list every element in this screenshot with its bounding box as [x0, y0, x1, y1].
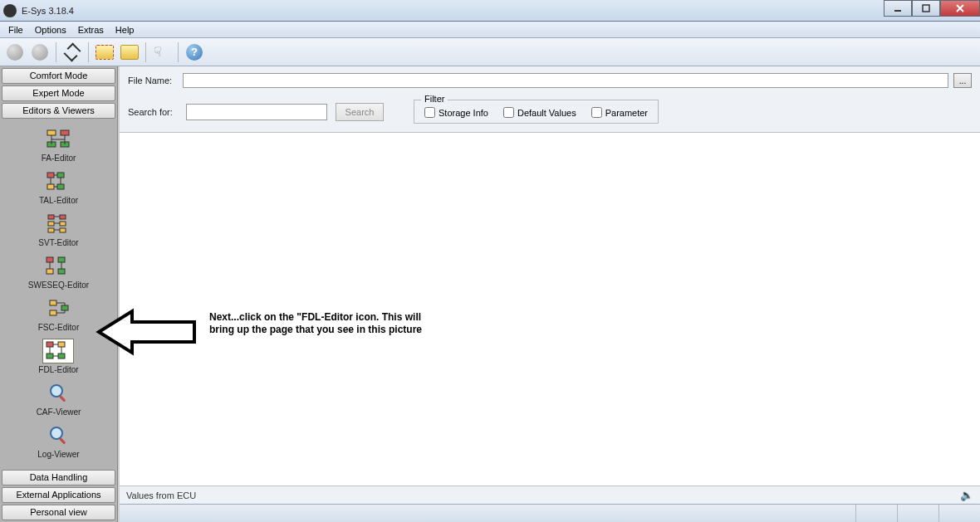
- minimize-icon: [894, 4, 902, 12]
- sidebar-item-fsc-editor[interactable]: FSC-Editor: [37, 295, 81, 334]
- toolbar-back-button[interactable]: [3, 41, 27, 64]
- values-panel: Values from ECU 🔈: [120, 485, 980, 504]
- menu-options[interactable]: Options: [30, 23, 71, 37]
- app-icon: [3, 4, 17, 17]
- tal-editor-icon: [46, 171, 72, 193]
- sidebar-item-tal-editor[interactable]: TAL-Editor: [37, 168, 80, 207]
- svg-rect-28: [58, 395, 65, 402]
- status-cell: [855, 505, 897, 522]
- window-title: E-Sys 3.18.4: [22, 6, 74, 16]
- sidebar-item-caf-viewer[interactable]: CAF-Viewer: [35, 379, 83, 418]
- filename-input[interactable]: [183, 73, 948, 88]
- svg-rect-0: [894, 10, 901, 12]
- minimize-button[interactable]: [884, 0, 912, 17]
- svg-rect-25: [47, 354, 53, 359]
- svg-point-27: [51, 385, 62, 397]
- svg-rect-1: [923, 5, 929, 12]
- status-cell: [897, 505, 938, 522]
- sidebar-item-svt-editor[interactable]: SVT-Editor: [37, 210, 80, 249]
- svg-rect-8: [47, 184, 54, 189]
- sidebar-external-apps-button[interactable]: External Applications: [2, 487, 115, 503]
- sidebar-editors-button[interactable]: Editors & Viewers: [2, 103, 115, 119]
- svg-rect-24: [58, 342, 65, 347]
- log-viewer-icon: [48, 425, 70, 446]
- svg-rect-23: [47, 342, 53, 347]
- sweseq-editor-icon: [45, 256, 71, 277]
- folder-icon: [120, 45, 139, 60]
- content-area: Next...click on the "FDL-Editor icon. Th…: [120, 133, 980, 485]
- sidebar-item-label: CAF-Viewer: [37, 407, 81, 417]
- sidebar-item-fdl-editor[interactable]: FDL-Editor: [37, 337, 80, 376]
- toolbar-help-button[interactable]: ?: [183, 41, 206, 64]
- filter-group: Filter Storage Info Default Values Param…: [414, 100, 659, 124]
- checkbox-input[interactable]: [591, 107, 602, 118]
- toolbar-forward-button[interactable]: [28, 41, 51, 64]
- sidebar-item-label: SWESEQ-Editor: [28, 281, 89, 290]
- titlebar: E-Sys 3.18.4: [0, 0, 980, 22]
- maximize-icon: [922, 4, 930, 12]
- sidebar-data-handling-button[interactable]: Data Handling: [2, 470, 115, 485]
- hand-icon: ☟: [154, 44, 170, 61]
- back-icon: [7, 44, 23, 61]
- toolbar-separator: [178, 42, 179, 62]
- caf-viewer-icon: [48, 383, 70, 404]
- toolbar-separator: [56, 42, 56, 62]
- sidebar-expert-button[interactable]: Expert Mode: [2, 85, 115, 101]
- svg-rect-22: [61, 305, 68, 310]
- values-label: Values from ECU: [126, 490, 196, 500]
- menubar: File Options Extras Help: [0, 22, 980, 38]
- svg-rect-30: [58, 437, 65, 444]
- menu-extras[interactable]: Extras: [73, 23, 109, 37]
- fsc-editor-icon: [45, 298, 71, 320]
- close-button[interactable]: [940, 0, 980, 17]
- svg-rect-19: [58, 269, 65, 274]
- speaker-icon[interactable]: 🔈: [960, 489, 973, 501]
- menu-file[interactable]: File: [3, 23, 28, 37]
- sidebar-item-label: TAL-Editor: [39, 196, 78, 205]
- toolbar-hand-button[interactable]: ☟: [150, 41, 174, 64]
- svg-rect-20: [50, 300, 56, 305]
- swap-icon: [63, 44, 81, 61]
- toolbar: ☟ ?: [0, 38, 980, 66]
- annotation-text: Next...click on the "FDL-Editor icon. Th…: [209, 311, 442, 336]
- search-input[interactable]: [186, 104, 327, 120]
- svg-rect-7: [57, 173, 64, 178]
- svg-rect-12: [48, 222, 54, 226]
- sidebar-item-fa-editor[interactable]: FA-Editor: [40, 125, 78, 164]
- svg-rect-15: [60, 228, 66, 232]
- toolbar-separator: [145, 42, 146, 62]
- checkbox-input[interactable]: [503, 107, 514, 118]
- svg-rect-3: [61, 130, 69, 135]
- svg-rect-10: [48, 215, 54, 219]
- svg-rect-17: [58, 257, 65, 262]
- svg-rect-13: [60, 222, 66, 226]
- filter-default-checkbox[interactable]: Default Values: [503, 107, 576, 118]
- fdl-editor-icon: [45, 340, 71, 362]
- close-icon: [955, 3, 965, 13]
- editor-list: FA-Editor TAL-Editor: [2, 120, 115, 468]
- search-button[interactable]: Search: [336, 103, 384, 121]
- checkbox-label: Default Values: [517, 108, 576, 118]
- help-icon: ?: [186, 44, 203, 61]
- sidebar-comfort-button[interactable]: Comfort Mode: [2, 68, 115, 84]
- filter-storage-checkbox[interactable]: Storage Info: [424, 107, 488, 118]
- filter-legend: Filter: [421, 94, 448, 104]
- toolbar-swap-button[interactable]: [61, 41, 84, 64]
- menu-help[interactable]: Help: [110, 23, 140, 37]
- forward-icon: [32, 44, 48, 61]
- sidebar-item-log-viewer[interactable]: Log-Viewer: [36, 422, 81, 461]
- toolbar-folder-button[interactable]: [118, 41, 141, 64]
- sidebar-item-label: FA-Editor: [42, 154, 76, 163]
- sidebar-item-label: Log-Viewer: [37, 450, 79, 459]
- filter-parameter-checkbox[interactable]: Parameter: [591, 107, 648, 118]
- sidebar-personal-button[interactable]: Personal view: [2, 505, 115, 520]
- toolbar-open-button[interactable]: [93, 41, 116, 64]
- filename-label: File Name:: [128, 76, 178, 85]
- browse-button[interactable]: ...: [953, 73, 972, 88]
- sidebar-item-sweseq-editor[interactable]: SWESEQ-Editor: [27, 252, 91, 291]
- maximize-button[interactable]: [912, 0, 940, 17]
- statusbar: [120, 504, 980, 522]
- checkbox-input[interactable]: [424, 107, 435, 118]
- svg-rect-26: [58, 354, 65, 359]
- toolbar-separator: [88, 42, 89, 62]
